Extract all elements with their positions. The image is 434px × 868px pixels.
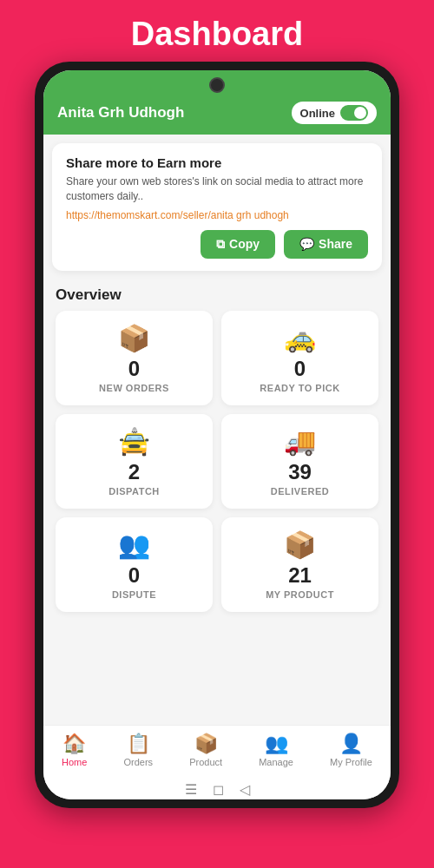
share-card-link[interactable]: https://themomskart.com/seller/anita grh… (66, 209, 368, 221)
overview-title: Overview (56, 286, 378, 304)
copy-icon: ⧉ (216, 237, 225, 252)
stat-value: 39 (288, 460, 312, 484)
share-card-actions: ⧉ Copy 💬 Share (66, 230, 368, 259)
stat-card[interactable]: 📦 21 MY PRODUCT (221, 517, 378, 612)
phone-wrapper: Anita Grh Udhogh Online Share more to Ea… (35, 62, 399, 808)
stat-icon: 🚚 (284, 426, 316, 457)
stat-value: 0 (128, 357, 140, 381)
stat-icon: 🚖 (118, 426, 150, 457)
nav-item-home[interactable]: 🏠 Home (62, 733, 87, 767)
nav-label: Product (189, 757, 222, 767)
nav-icon: 🏠 (62, 733, 86, 755)
stat-card[interactable]: 📦 0 NEW ORDERS (56, 311, 213, 405)
nav-icon: 👤 (339, 733, 363, 755)
online-toggle[interactable] (340, 105, 368, 121)
stat-value: 2 (128, 460, 140, 484)
page-title: Dashboard (0, 16, 434, 53)
nav-icon: 👥 (265, 733, 288, 755)
nav-label: Manage (259, 757, 293, 767)
overview-section: Overview 📦 0 NEW ORDERS 🚕 0 READY TO PIC… (43, 279, 391, 615)
stat-label: DELIVERED (271, 486, 329, 496)
stat-label: NEW ORDERS (99, 383, 169, 393)
user-name: Anita Grh Udhogh (57, 104, 184, 122)
nav-label: Orders (123, 757, 153, 767)
phone-screen: Anita Grh Udhogh Online Share more to Ea… (43, 70, 391, 799)
nav-label: My Profile (330, 757, 372, 767)
page-header: Dashboard (0, 0, 434, 62)
stat-card[interactable]: 🚚 39 DELIVERED (221, 414, 378, 509)
phone-notch (209, 77, 225, 93)
copy-button[interactable]: ⧉ Copy (201, 230, 275, 259)
nav-icon: 📋 (127, 733, 150, 755)
stat-icon: 👥 (118, 529, 150, 560)
menu-indicator: ☰ (185, 781, 197, 798)
stat-value: 21 (288, 563, 312, 588)
copy-label: Copy (229, 237, 260, 251)
stat-label: DISPUTE (112, 589, 156, 600)
back-indicator: ◁ (240, 781, 250, 798)
stat-icon: 🚕 (284, 323, 316, 353)
home-indicator: ◻ (213, 781, 224, 798)
stat-label: DISPATCH (108, 486, 160, 496)
stat-label: MY PRODUCT (266, 589, 334, 600)
stat-value: 0 (294, 357, 306, 381)
stat-card[interactable]: 🚖 2 DISPATCH (56, 414, 213, 509)
nav-item-my-profile[interactable]: 👤 My Profile (330, 733, 372, 767)
bottom-nav: 🏠 Home 📋 Orders 📦 Product 👥 Manage 👤 My … (43, 725, 391, 776)
toggle-knob (354, 107, 366, 119)
stat-card[interactable]: 🚕 0 READY TO PICK (221, 311, 378, 405)
online-badge[interactable]: Online (292, 102, 377, 124)
share-button[interactable]: 💬 Share (284, 230, 368, 259)
share-card-description: Share your own web stores's link on soci… (66, 174, 368, 204)
nav-item-orders[interactable]: 📋 Orders (123, 733, 153, 767)
share-label: Share (319, 237, 352, 251)
stats-grid: 📦 0 NEW ORDERS 🚕 0 READY TO PICK 🚖 2 DIS… (56, 311, 378, 612)
stat-card[interactable]: 👥 0 DISPUTE (56, 517, 213, 612)
nav-icon: 📦 (194, 733, 218, 755)
nav-item-manage[interactable]: 👥 Manage (259, 733, 293, 767)
stat-icon: 📦 (118, 323, 150, 353)
share-card: Share more to Earn more Share your own w… (52, 143, 382, 271)
nav-label: Home (62, 757, 87, 767)
share-icon: 💬 (299, 237, 314, 251)
stat-label: READY TO PICK (260, 383, 339, 393)
phone-bottom-indicators: ☰ ◻ ◁ (43, 776, 391, 799)
share-card-title: Share more to Earn more (66, 155, 368, 170)
stat-value: 0 (128, 563, 140, 588)
online-label: Online (300, 107, 335, 120)
nav-item-product[interactable]: 📦 Product (189, 733, 222, 767)
stat-icon: 📦 (284, 529, 316, 560)
